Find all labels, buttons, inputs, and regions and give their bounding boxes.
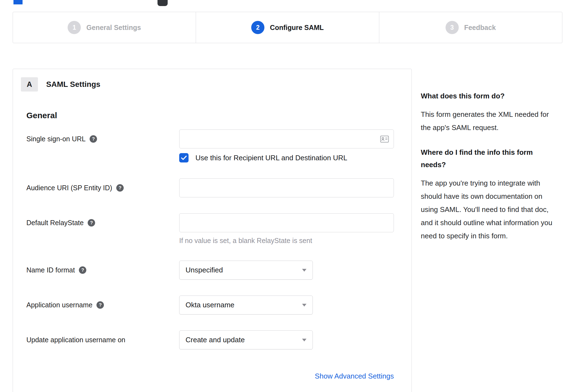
help-icon[interactable]: ? [79,266,86,274]
panel-title: SAML Settings [46,80,100,89]
field-control: If no value is set, a blank RelayState i… [179,213,394,245]
single-sign-on-url-input[interactable] [179,129,394,148]
help-heading-where: Where do I find the info this form needs… [421,146,558,171]
field-control: Unspecified [179,261,394,280]
field-audience-uri: Audience URI (SP Entity ID) ? [26,178,394,197]
select-value: Create and update [186,336,245,344]
step-label: General Settings [86,24,141,32]
field-default-relay-state: Default RelayState ? If no value is set,… [26,213,394,245]
field-label: Single sign-on URL [26,135,85,143]
relay-state-helper-text: If no value is set, a blank RelayState i… [179,237,394,245]
step-configure-saml[interactable]: 2 Configure SAML [196,12,379,43]
field-label: Default RelayState [26,219,84,227]
name-id-format-select[interactable]: Unspecified [179,261,313,280]
input-wrap [179,178,394,197]
input-wrap [179,213,394,232]
field-label-wrap: Single sign-on URL ? [26,129,179,143]
field-control: Create and update [179,330,394,349]
step-label: Configure SAML [270,24,324,32]
use-for-recipient-and-destination-checkbox[interactable] [179,153,189,162]
general-section-heading: General [26,111,411,120]
page-title-fragment [13,0,23,4]
field-control: Use this for Recipient URL and Destinati… [179,129,394,162]
help-body-what: This form generates the XML needed for t… [421,108,558,134]
help-icon[interactable]: ? [88,219,95,227]
step-number-badge: 1 [68,21,81,34]
help-icon[interactable]: ? [96,301,104,309]
field-label-wrap: Name ID format ? [26,261,179,274]
default-relay-state-input[interactable] [179,213,394,232]
show-advanced-settings-link[interactable]: Show Advanced Settings [315,372,394,380]
update-application-username-select[interactable]: Create and update [179,330,313,349]
field-control [179,178,394,197]
help-icon[interactable]: ? [90,135,97,143]
section-a-badge: A [21,77,38,92]
audience-uri-input[interactable] [179,178,394,197]
chevron-down-icon [302,269,306,272]
advanced-settings-row: Show Advanced Settings [26,372,394,380]
field-application-username: Application username ? Okta username [26,296,394,314]
field-label: Name ID format [26,266,75,274]
wizard-stepper: 1 General Settings 2 Configure SAML 3 Fe… [13,12,562,43]
saml-settings-panel: A SAML Settings General Single sign-on U… [13,69,412,392]
chevron-down-icon [302,304,306,307]
input-wrap [179,129,394,148]
field-label: Audience URI (SP Entity ID) [26,184,112,192]
contact-card-icon [380,136,389,143]
field-label-wrap: Default RelayState ? [26,213,179,227]
field-single-sign-on-url: Single sign-on URL ? [26,129,394,162]
help-sidebar: What does this form do? This form genera… [421,90,558,255]
step-feedback[interactable]: 3 Feedback [379,12,562,43]
help-heading-what: What does this form do? [421,90,558,102]
saml-form-fields: Single sign-on URL ? [26,129,394,349]
field-label: Update application username on [26,336,125,344]
field-label-wrap: Update application username on [26,330,179,344]
checkbox-label: Use this for Recipient URL and Destinati… [195,154,347,162]
step-general-settings[interactable]: 1 General Settings [13,12,196,43]
select-value: Unspecified [186,266,223,274]
field-control: Okta username [179,296,394,314]
page-logo-fragment [157,0,168,6]
chevron-down-icon [302,339,306,341]
field-label: Application username [26,301,92,309]
select-value: Okta username [186,301,234,309]
application-username-select[interactable]: Okta username [179,296,313,314]
step-number-badge: 2 [251,21,264,34]
field-label-wrap: Application username ? [26,296,179,309]
step-label: Feedback [464,24,496,32]
help-icon[interactable]: ? [116,184,124,192]
help-body-where: The app you're trying to integrate with … [421,176,558,242]
field-name-id-format: Name ID format ? Unspecified [26,261,394,280]
step-number-badge: 3 [446,21,459,34]
field-label-wrap: Audience URI (SP Entity ID) ? [26,178,179,192]
field-update-application-username-on: Update application username on Create an… [26,330,394,349]
panel-header: A SAML Settings [21,77,411,92]
checkbox-row: Use this for Recipient URL and Destinati… [179,153,394,162]
